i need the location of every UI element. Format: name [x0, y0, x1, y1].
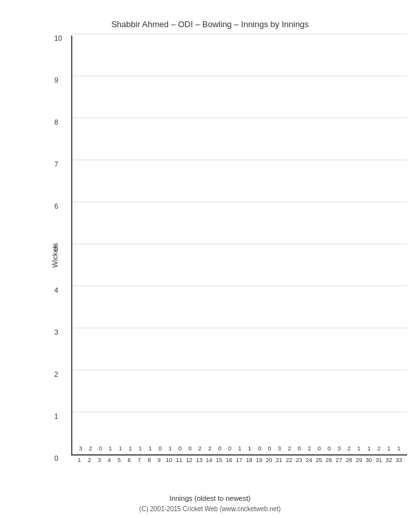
- bar-value-label: 2: [345, 445, 353, 452]
- bar-value-label: 3: [77, 445, 85, 452]
- y-tick-label: 1: [54, 412, 58, 420]
- x-tick-label: 23: [294, 457, 304, 463]
- x-tick-label: 18: [244, 457, 254, 463]
- copyright-label: (C) 2001-2015 Cricket Web (www.cricketwe…: [13, 505, 407, 512]
- x-tick-label: 20: [264, 457, 274, 463]
- bar-value-label: 2: [206, 445, 214, 452]
- x-tick-label: 3: [94, 457, 104, 463]
- y-tick-label: 4: [54, 286, 58, 294]
- bar-value-label: 0: [315, 445, 323, 452]
- x-tick-label: 30: [364, 457, 373, 463]
- x-tick-label: 13: [194, 457, 204, 463]
- bar-value-label: 1: [136, 445, 144, 452]
- chart-area: 0123456789103201111101002200110032020032…: [71, 36, 407, 456]
- bar-value-label: 1: [236, 445, 244, 452]
- x-tick-label: 14: [204, 457, 214, 463]
- x-tick-label: 31: [374, 457, 384, 463]
- bar-value-label: 3: [335, 445, 343, 452]
- y-tick-label: 10: [54, 34, 62, 42]
- x-tick-label: 27: [334, 457, 344, 463]
- x-tick-label: 24: [304, 457, 313, 463]
- bar-value-label: 2: [306, 445, 313, 452]
- chart-title: Shabbir Ahmed – ODI – Bowling – Innings …: [13, 19, 407, 29]
- x-tick-label: 21: [274, 457, 284, 463]
- x-tick-label: 22: [284, 457, 294, 463]
- bar-value-label: 1: [146, 445, 154, 452]
- bar-value-label: 0: [325, 445, 333, 452]
- x-tick-label: 32: [384, 457, 394, 463]
- bar-value-label: 1: [107, 445, 114, 452]
- bar-value-label: 2: [375, 445, 383, 452]
- x-tick-label: 33: [394, 457, 404, 463]
- bar-value-label: 1: [166, 445, 174, 452]
- y-tick-label: 6: [54, 202, 58, 210]
- x-tick-label: 17: [234, 457, 244, 463]
- bar-value-label: 0: [216, 445, 224, 452]
- bar-value-label: 0: [96, 445, 104, 452]
- x-tick-label: 2: [84, 457, 94, 463]
- x-tick-label: 15: [214, 457, 224, 463]
- bar-value-label: 2: [286, 445, 293, 452]
- x-axis-label: Innings (oldest to newest): [13, 494, 407, 502]
- x-tick-label: 6: [124, 457, 134, 463]
- y-tick-label: 8: [54, 118, 58, 126]
- x-tick-label: 19: [254, 457, 264, 463]
- y-tick-label: 9: [54, 76, 58, 84]
- bar-value-label: 1: [355, 445, 362, 452]
- x-tick-label: 5: [114, 457, 124, 463]
- bar-value-label: 1: [365, 445, 373, 452]
- y-tick-label: 2: [54, 370, 58, 378]
- grid-line: [72, 34, 407, 34]
- bar-value-label: 1: [126, 445, 134, 452]
- x-tick-label: 8: [144, 457, 154, 463]
- bar-value-label: 1: [116, 445, 124, 452]
- x-tick-label: 4: [104, 457, 114, 463]
- bar-value-label: 0: [156, 445, 164, 452]
- bar-value-label: 0: [176, 445, 184, 452]
- x-tick-label: 28: [344, 457, 353, 463]
- x-ticks-row: 1234567891011121314151617181920212223242…: [71, 457, 407, 463]
- x-tick-label: 1: [74, 457, 84, 463]
- bar-value-label: 0: [226, 445, 233, 452]
- bars-wrapper: 320111110100220011003202003211211: [72, 36, 407, 454]
- y-tick-label: 7: [54, 160, 58, 168]
- x-tick-label: 7: [134, 457, 144, 463]
- x-tick-label: 29: [354, 457, 364, 463]
- x-tick-label: 26: [324, 457, 333, 463]
- bar-value-label: 3: [275, 445, 283, 452]
- bar-value-label: 1: [395, 445, 403, 452]
- x-tick-label: 25: [314, 457, 324, 463]
- bar-value-label: 2: [196, 445, 204, 452]
- bar-value-label: 1: [246, 445, 253, 452]
- bar-value-label: 0: [256, 445, 264, 452]
- bar-value-label: 2: [87, 445, 94, 452]
- x-tick-label: 11: [174, 457, 184, 463]
- y-tick-label: 3: [54, 328, 58, 336]
- bar-value-label: 0: [295, 445, 303, 452]
- bar-value-label: 0: [186, 445, 194, 452]
- x-tick-label: 10: [164, 457, 174, 463]
- y-tick-label: 5: [54, 244, 58, 252]
- x-tick-label: 12: [184, 457, 194, 463]
- chart-container: Shabbir Ahmed – ODI – Bowling – Innings …: [0, 0, 420, 517]
- bar-value-label: 0: [266, 445, 273, 452]
- x-tick-label: 16: [224, 457, 234, 463]
- y-tick-label: 0: [54, 454, 58, 462]
- bar-value-label: 1: [385, 445, 393, 452]
- x-tick-label: 9: [154, 457, 164, 463]
